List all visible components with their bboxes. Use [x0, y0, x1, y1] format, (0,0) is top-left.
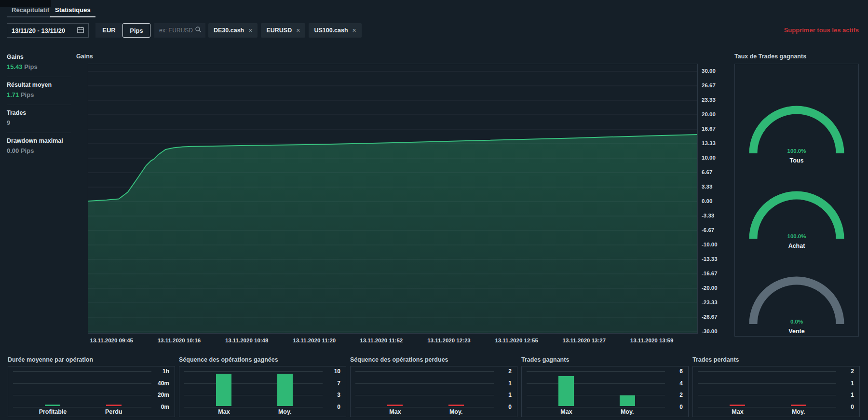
mini-chart-plot: 1h40m20m0mProfitablePerdu: [8, 366, 175, 417]
y-tick-label: -20.00: [702, 285, 718, 291]
gauge-arc: 0.0%: [744, 272, 850, 326]
mini-tick-label: 0: [337, 404, 340, 410]
gauge-percent: 0.0%: [744, 319, 850, 325]
x-tick-label: 13.11.2020 12:55: [495, 338, 538, 343]
bar-perdu: [106, 405, 122, 406]
gridline: [527, 395, 665, 395]
mini-chart-win-streak: Séquence des opérations gagnées10730MaxM…: [179, 356, 346, 417]
bar-category-label: Max: [389, 408, 401, 415]
gains-x-axis: 13.11.2020 09:4513.11.2020 10:1613.11.20…: [88, 338, 697, 345]
gridline: [527, 371, 665, 372]
y-tick-label: -16.67: [702, 271, 718, 276]
y-tick-label: 6.67: [702, 169, 712, 175]
gridline: [698, 395, 836, 395]
gridline: [527, 407, 665, 407]
y-tick-label: 26.67: [702, 82, 716, 88]
gauge-tous: 100.0%Tous: [744, 102, 850, 164]
y-tick-label: 0.00: [702, 198, 712, 204]
gains-y-axis: 30.0026.6723.3320.0016.6713.3310.006.673…: [702, 64, 731, 333]
bar-moy: [791, 405, 806, 406]
date-range-picker[interactable]: 13/11/20 - 13/11/20: [7, 23, 89, 38]
mini-tick-label: 0: [679, 404, 683, 410]
bar-category-label: Moy.: [621, 408, 634, 415]
gauge-panel-title: Taux de Trades gagnants: [734, 53, 806, 60]
gridline: [13, 395, 151, 395]
gauge-vente: 0.0%Vente: [744, 272, 850, 335]
mini-tick-label: 1: [508, 392, 512, 398]
y-tick-label: -13.33: [702, 256, 718, 262]
chip-remove-icon[interactable]: ×: [353, 27, 356, 34]
chip-remove-icon[interactable]: ×: [296, 27, 300, 34]
currency-eur-button[interactable]: EUR: [95, 23, 122, 38]
bar-profitable: [45, 405, 60, 406]
bar-moy: [448, 405, 464, 406]
y-tick-label: 23.33: [702, 97, 716, 103]
asset-search-input[interactable]: [158, 27, 195, 34]
mini-tick-label: 3: [337, 392, 340, 398]
x-tick-label: 13.11.2020 10:16: [158, 338, 201, 343]
mini-chart-title: Durée moyenne par opération: [8, 356, 175, 363]
mini-chart-winning-trades: Trades gagnants6420MaxMoy.: [521, 356, 689, 417]
gridline: [13, 383, 151, 384]
gridline: [184, 383, 323, 384]
asset-chip-label: US100.cash: [314, 27, 348, 34]
stat-label: Résultat moyen: [7, 81, 71, 88]
mini-chart-title: Séquence des opérations perdues: [350, 356, 517, 363]
mini-chart-avg-duration: Durée moyenne par opération1h40m20m0mPro…: [8, 356, 175, 417]
bar-category-label: Max: [560, 408, 572, 415]
stat-block-drawdown-maximal: Drawdown maximal0.00 Pips: [7, 133, 71, 161]
x-tick-label: 13.11.2020 12:23: [427, 338, 471, 343]
mini-tick-label: 4: [679, 380, 683, 387]
x-tick-label: 13.11.2020 13:27: [563, 338, 606, 343]
stat-label: Trades: [7, 109, 71, 116]
tab-statistiques[interactable]: Statistiques: [50, 4, 95, 17]
clear-all-assets-link[interactable]: Supprimer tous les actifs: [784, 27, 859, 34]
gridline: [355, 407, 494, 407]
chip-remove-icon[interactable]: ×: [248, 27, 252, 34]
mini-tick-label: 20m: [158, 392, 169, 398]
gauge-label: Tous: [790, 157, 804, 164]
y-tick-label: 20.00: [702, 111, 716, 117]
x-tick-label: 13.11.2020 10:48: [225, 338, 269, 343]
gauge-percent: 100.0%: [744, 148, 850, 154]
gauge-arc: 100.0%: [744, 102, 850, 156]
y-tick-label: 10.00: [702, 155, 716, 161]
gridline: [184, 407, 323, 407]
mini-chart-title: Trades perdants: [692, 356, 860, 363]
mini-tick-label: 1: [851, 380, 854, 387]
search-icon: [195, 26, 202, 35]
gauge-achat: 100.0%Achat: [744, 187, 850, 249]
mini-chart-plot: 2110MaxMoy.: [350, 366, 517, 417]
mini-tick-label: 1: [508, 380, 512, 387]
x-tick-label: 13.11.2020 11:20: [293, 338, 336, 343]
bar-max: [730, 405, 745, 406]
y-tick-label: 13.33: [702, 140, 716, 146]
calendar-icon[interactable]: [77, 27, 84, 35]
date-range-value: 13/11/20 - 13/11/20: [12, 27, 65, 34]
mini-tick-label: 0m: [161, 404, 169, 410]
stat-value: 9: [7, 119, 71, 126]
mini-tick-label: 1: [851, 392, 854, 398]
gains-area-chart: [88, 64, 698, 334]
bar-category-label: Moy.: [449, 408, 463, 415]
tab-recapitulatif[interactable]: Récapitulatif: [7, 4, 54, 17]
currency-pips-button[interactable]: Pips: [122, 23, 150, 38]
mini-tick-label: 2: [508, 368, 512, 375]
stat-block-trades: Trades9: [7, 105, 71, 133]
mini-tick-label: 6: [679, 368, 683, 375]
asset-chip: US100.cash×: [309, 23, 361, 38]
y-tick-label: -23.33: [702, 299, 718, 305]
bar-moy: [277, 374, 293, 406]
bar-max: [558, 376, 574, 406]
y-tick-label: -30.00: [702, 328, 718, 334]
mini-tick-label: 1h: [163, 368, 169, 375]
mini-tick-label: 7: [337, 380, 340, 387]
mini-tick-label: 40m: [158, 380, 169, 387]
win-rate-gauge-panel: 100.0%Tous100.0%Achat0.0%Vente: [734, 64, 859, 337]
gridline: [527, 383, 665, 384]
stat-block-résultat-moyen: Résultat moyen1.71 Pips: [7, 77, 71, 105]
asset-chips: DE30.cash×EURUSD×US100.cash×: [208, 23, 362, 38]
gridline: [698, 383, 836, 384]
asset-chip-label: EURUSD: [266, 27, 292, 34]
stat-label: Drawdown maximal: [7, 137, 71, 144]
